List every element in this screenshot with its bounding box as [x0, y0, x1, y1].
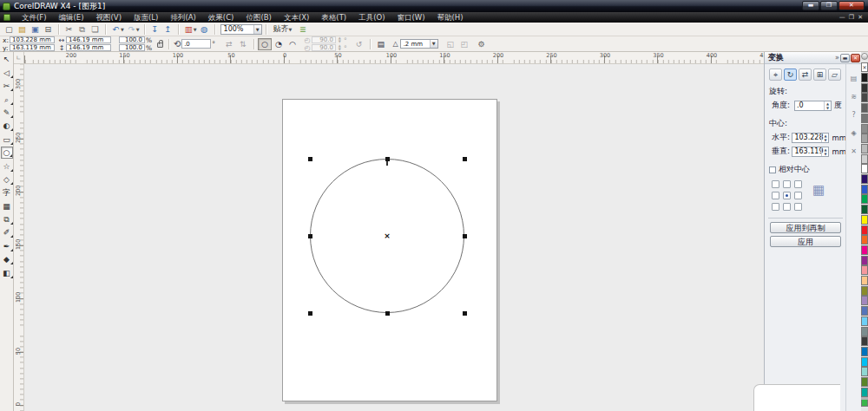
- minimize-button[interactable]: ▬: [802, 1, 819, 10]
- palette-scroll-up-icon[interactable]: [861, 53, 868, 60]
- horizontal-value[interactable]: 103.228: [792, 134, 821, 141]
- interactive-fill-tool[interactable]: ◧: [1, 267, 13, 279]
- anchor-cell-1[interactable]: [783, 180, 791, 188]
- transform-size-icon[interactable]: ⊞: [813, 68, 826, 81]
- mirror-horizontal-button[interactable]: ⇄: [222, 38, 236, 50]
- doc-control-2[interactable]: ✕: [858, 12, 863, 23]
- snap-dropdown-icon[interactable]: ▼: [289, 27, 293, 32]
- table-tool[interactable]: ▦: [1, 200, 13, 212]
- selection-handle[interactable]: [463, 157, 467, 161]
- lock-ratio-icon[interactable]: [157, 42, 163, 48]
- angle-input[interactable]: .0 ▲▼: [794, 101, 832, 111]
- polygon-tool[interactable]: ☆: [1, 160, 13, 173]
- outline-width-combo[interactable]: .2 mm ▼: [400, 39, 438, 49]
- color-swatch[interactable]: [861, 347, 868, 356]
- vertical-spinner[interactable]: ▲▼: [821, 147, 828, 156]
- menu-item-3[interactable]: 版面(L): [128, 13, 164, 22]
- color-swatch[interactable]: [861, 225, 868, 235]
- menu-item-10[interactable]: 窗口(W): [391, 13, 431, 22]
- zoom-level-combo[interactable]: 100% ▼: [220, 24, 262, 35]
- docker-tab-hints-icon[interactable]: ?: [852, 111, 855, 119]
- color-swatch[interactable]: [861, 114, 868, 123]
- anchor-cell-8[interactable]: [794, 203, 802, 211]
- anchor-cell-2[interactable]: [794, 180, 802, 188]
- color-swatch[interactable]: [861, 154, 868, 164]
- docker-minimize-icon[interactable]: ▬: [840, 54, 850, 62]
- color-swatch[interactable]: [861, 367, 868, 376]
- color-swatch[interactable]: [861, 194, 868, 204]
- anchor-cell-5[interactable]: [794, 192, 802, 199]
- color-swatch[interactable]: [861, 306, 868, 316]
- new-document-icon[interactable]: ▢: [3, 23, 16, 35]
- text-wrap-button[interactable]: ▤: [374, 38, 388, 50]
- menu-item-2[interactable]: 视图(V): [90, 13, 128, 22]
- docker-tab-strip[interactable]: ▤≋?◈✕: [845, 64, 861, 411]
- selection-handle[interactable]: [385, 157, 390, 161]
- print-icon[interactable]: ⊟: [42, 23, 55, 35]
- arc-mode-button[interactable]: ◠: [286, 38, 299, 50]
- import-icon[interactable]: ↧: [148, 23, 161, 35]
- selection-handle[interactable]: [308, 234, 312, 238]
- corel-online-icon[interactable]: ◍: [198, 23, 211, 35]
- to-front-button[interactable]: ◰: [457, 38, 471, 50]
- color-swatch[interactable]: [861, 245, 868, 255]
- outline-width-dropdown-icon[interactable]: ▼: [430, 40, 437, 48]
- color-swatch[interactable]: [861, 124, 868, 134]
- relative-center-checkbox[interactable]: [769, 166, 776, 173]
- drawing-canvas[interactable]: ×: [24, 64, 764, 411]
- color-swatch[interactable]: [861, 276, 868, 285]
- cut-icon[interactable]: ✂: [62, 23, 76, 35]
- export-icon[interactable]: ↥: [161, 23, 174, 35]
- selection-handle[interactable]: [463, 234, 467, 238]
- smart-fill-tool[interactable]: ◐: [1, 120, 13, 132]
- rectangle-tool[interactable]: ▭: [1, 134, 13, 146]
- document-window-controls[interactable]: —❐✕: [839, 12, 863, 23]
- color-swatch[interactable]: [861, 316, 868, 326]
- docker-tab-b-icon[interactable]: ◈: [851, 129, 856, 137]
- color-swatch[interactable]: [861, 185, 868, 194]
- ruler-origin-icon[interactable]: ∟: [14, 52, 24, 64]
- palette-scroll-down-icon[interactable]: [861, 397, 868, 400]
- selection-handle[interactable]: [308, 311, 312, 316]
- color-swatch[interactable]: [861, 235, 868, 245]
- scale-v-field[interactable]: 100.0: [119, 44, 145, 51]
- rotation-angle-field[interactable]: .0: [181, 39, 211, 49]
- outline-tool[interactable]: ✒: [1, 240, 13, 252]
- color-swatch[interactable]: [861, 134, 868, 143]
- app-launcher-icon-dropdown[interactable]: ▼: [194, 27, 197, 32]
- crop-tool[interactable]: ✂: [1, 80, 13, 92]
- angle-spinner[interactable]: ▲▼: [824, 101, 831, 110]
- menu-item-1[interactable]: 编辑(E): [53, 13, 90, 22]
- zoom-tool[interactable]: ⌕: [1, 94, 13, 106]
- undo-icon-dropdown[interactable]: ▼: [121, 27, 124, 32]
- apply-button[interactable]: 应用: [770, 236, 841, 247]
- menu-item-5[interactable]: 效果(C): [202, 13, 240, 22]
- anchor-cell-3[interactable]: [772, 192, 779, 199]
- freehand-tool[interactable]: ✎: [1, 107, 13, 119]
- object-properties-icon[interactable]: ⚙: [475, 38, 489, 50]
- color-swatch[interactable]: [861, 93, 868, 102]
- selection-handle[interactable]: [385, 311, 390, 316]
- docker-close-icon[interactable]: ✕: [851, 54, 860, 62]
- color-swatch[interactable]: [861, 164, 868, 173]
- color-swatch[interactable]: [861, 265, 868, 275]
- text-tool[interactable]: 字: [1, 186, 13, 199]
- menu-item-11[interactable]: 帮助(H): [431, 13, 470, 22]
- docker-chevron-icon[interactable]: »: [835, 54, 839, 62]
- open-icon[interactable]: ▤: [16, 23, 29, 35]
- doc-control-0[interactable]: —: [839, 12, 845, 23]
- shape-tool[interactable]: ◁: [1, 67, 13, 79]
- color-swatch[interactable]: [861, 73, 868, 82]
- color-swatch[interactable]: [861, 205, 868, 214]
- selection-handle[interactable]: [463, 311, 467, 316]
- y-position-field[interactable]: 163.119 mm: [10, 44, 55, 51]
- transform-skew-icon[interactable]: ▱: [828, 68, 841, 81]
- color-swatch[interactable]: [861, 357, 868, 367]
- options-icon[interactable]: ≣: [296, 23, 309, 35]
- object-width-field[interactable]: 146.19 mm: [66, 36, 111, 43]
- vertical-value[interactable]: 163.119: [792, 147, 821, 155]
- maximize-button[interactable]: ❐: [820, 1, 838, 10]
- selection-handle[interactable]: [308, 157, 312, 161]
- blend-tool[interactable]: ⧉: [1, 213, 13, 225]
- transform-scale-mirror-icon[interactable]: ⇄: [799, 68, 812, 81]
